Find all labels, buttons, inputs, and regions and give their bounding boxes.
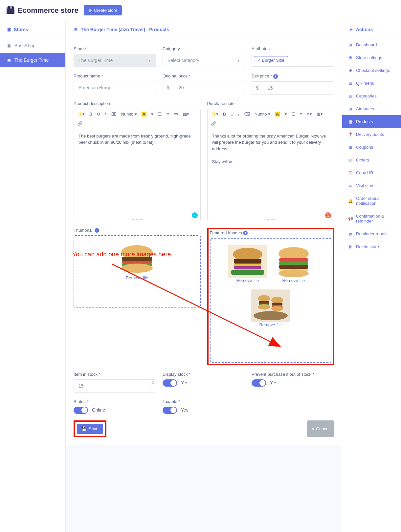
action-item-checkout-settings[interactable]: ⚙Checkout settings (342, 64, 401, 77)
close-icon[interactable]: × (257, 58, 260, 63)
item-stock-input[interactable] (74, 379, 150, 393)
highlight-icon[interactable]: A (275, 112, 280, 117)
action-item-delivery-points[interactable]: 📍Delivery points (342, 128, 401, 141)
svg-rect-13 (279, 258, 308, 262)
action-icon: ⊞ (348, 107, 353, 111)
action-item-categories[interactable]: ▤Categories (342, 90, 401, 102)
action-item-qr-menu[interactable]: ▦QR menu (342, 77, 401, 90)
status-toggle[interactable] (74, 407, 88, 414)
action-icon: ▤ (348, 94, 353, 98)
align-icon[interactable]: ≡▾ (307, 112, 312, 117)
sidebar-item-bossshop[interactable]: ▣ BossShop (0, 38, 65, 53)
table-icon[interactable]: ▦▾ (317, 112, 323, 117)
italic-icon[interactable]: I (105, 112, 106, 117)
underline-icon[interactable]: U (231, 112, 234, 117)
action-item-copy-url[interactable]: 📋Copy URL (342, 166, 401, 179)
action-label: Attributes (356, 106, 374, 111)
prevent-purchase-toggle[interactable] (252, 379, 266, 387)
underline-icon[interactable]: U (97, 112, 100, 117)
color-caret[interactable]: ▾ (285, 112, 287, 117)
italic-icon[interactable]: I (238, 112, 239, 117)
align-icon[interactable]: ≡▾ (174, 112, 179, 117)
action-item-orders[interactable]: 🛒Orders (342, 154, 401, 166)
action-label: QR menu (356, 81, 374, 86)
burger-image (274, 245, 313, 278)
magic-icon[interactable]: ✨▾ (211, 112, 218, 117)
list-ul-icon[interactable]: ☰ (158, 112, 162, 117)
list-ol-icon[interactable]: ≡ (300, 112, 303, 117)
action-label: Order status notification (356, 196, 395, 206)
bold-icon[interactable]: B (223, 112, 226, 117)
brand: Ecommerce store (7, 6, 78, 15)
description-textarea[interactable]: The best burgers are made from freshly g… (74, 129, 200, 221)
action-item-coupons[interactable]: 🎟Coupons (342, 141, 401, 154)
color-caret[interactable]: ▾ (151, 112, 153, 117)
featured-dropzone[interactable]: Remove file Remove file Remove file (210, 238, 332, 363)
svg-rect-10 (234, 266, 261, 269)
bold-icon[interactable]: B (89, 112, 92, 117)
font-select[interactable]: Nunito ▾ (255, 112, 270, 117)
thumbnail-dropzone[interactable]: Remove file (74, 235, 201, 308)
burger-image (228, 245, 267, 278)
breadcrumb: ⊞ The Burger Time (Jizo Travel) : Produc… (66, 21, 342, 38)
description-label: Product description (74, 101, 201, 106)
cancel-button[interactable]: × Cancel (307, 420, 334, 437)
resize-handle[interactable] (132, 219, 142, 220)
action-item-dashboard[interactable]: ⊞Dashboard (342, 38, 401, 51)
purchase-note-textarea[interactable]: Thanks a lot for ordering the testy Amer… (208, 129, 334, 221)
highlight-icon[interactable]: A (142, 112, 146, 117)
action-item-order-status-notification[interactable]: 🔔Order status notification (342, 192, 401, 210)
description-editor: ✨▾ B U I ⌫ Nunito ▾ A▾ ☰ ≡ ≡▾ ▦▾ 🔗 (74, 109, 201, 221)
eraser-icon[interactable]: ⌫ (110, 112, 116, 117)
list-ol-icon[interactable]: ≡ (167, 112, 169, 117)
category-select[interactable]: Select category ▼ (163, 54, 245, 67)
action-item-delete-store[interactable]: 🗑Delete store (342, 240, 401, 253)
chevron-down-icon[interactable]: ▼ (150, 383, 156, 386)
original-price-input[interactable] (174, 81, 245, 94)
remove-file-link[interactable]: Remove file (274, 278, 313, 283)
attributes-input[interactable]: × Burger Size (252, 54, 334, 67)
magic-icon[interactable]: ✨▾ (77, 112, 85, 117)
info-icon[interactable]: i (95, 228, 99, 233)
product-name-input[interactable] (74, 81, 156, 94)
resize-handle[interactable] (266, 219, 276, 220)
action-label: Visit store (356, 183, 375, 188)
eraser-icon[interactable]: ⌫ (244, 112, 250, 117)
list-ul-icon[interactable]: ☰ (292, 112, 296, 117)
store-select[interactable]: The Burger Time ▼ (74, 54, 156, 67)
link-icon[interactable]: 🔗 (211, 121, 216, 126)
prevent-purchase-value: Yes (270, 380, 278, 385)
create-store-button[interactable]: ⊕ Create store (84, 5, 122, 15)
action-item-visit-store[interactable]: ▭Visit store (342, 179, 401, 192)
display-stock-toggle[interactable] (163, 379, 177, 387)
font-select[interactable]: Nunito ▾ (121, 112, 137, 117)
table-icon[interactable]: ▦▾ (183, 112, 189, 117)
taxable-toggle[interactable] (163, 407, 177, 414)
action-item-attributes[interactable]: ⊞Attributes (342, 102, 401, 115)
sidebar-item-the-burger-time[interactable]: ▣ The Burger Time (0, 53, 65, 67)
info-icon[interactable]: i (243, 231, 248, 235)
action-icon: 🎟 (348, 145, 353, 150)
number-stepper[interactable]: ▲▼ (150, 379, 156, 393)
remove-file-link[interactable]: Remove file (251, 322, 290, 327)
svg-point-17 (278, 269, 309, 277)
action-item-reminder-report[interactable]: ▤Reminder report (342, 227, 401, 240)
category-label: Category (163, 46, 245, 51)
action-item-products[interactable]: ▣Products (342, 115, 401, 128)
display-stock-value: Yes (181, 380, 189, 385)
action-label: Store settings (356, 55, 382, 60)
remove-file-link[interactable]: Remove file (117, 275, 157, 280)
save-button[interactable]: 💾 Save (77, 424, 103, 434)
action-item-confirmation-reminder[interactable]: 📢Confirmation & reminder (342, 210, 401, 227)
remove-file-link[interactable]: Remove file (228, 278, 267, 283)
svg-point-20 (258, 295, 270, 302)
editor-toolbar: ✨▾ B U I ⌫ Nunito ▾ A▾ ☰ ≡ ≡▾ ▦▾ 🔗 (74, 109, 200, 129)
action-item-store-settings[interactable]: ⚙Store settings (342, 51, 401, 64)
burger-image (251, 289, 290, 322)
info-icon[interactable]: i (273, 74, 278, 79)
action-label: Copy URL (356, 170, 376, 175)
chevron-up-icon[interactable]: ▲ (150, 380, 156, 383)
attribute-tag[interactable]: × Burger Size (254, 56, 288, 64)
sell-price-input[interactable] (263, 81, 334, 95)
link-icon[interactable]: 🔗 (77, 121, 82, 126)
